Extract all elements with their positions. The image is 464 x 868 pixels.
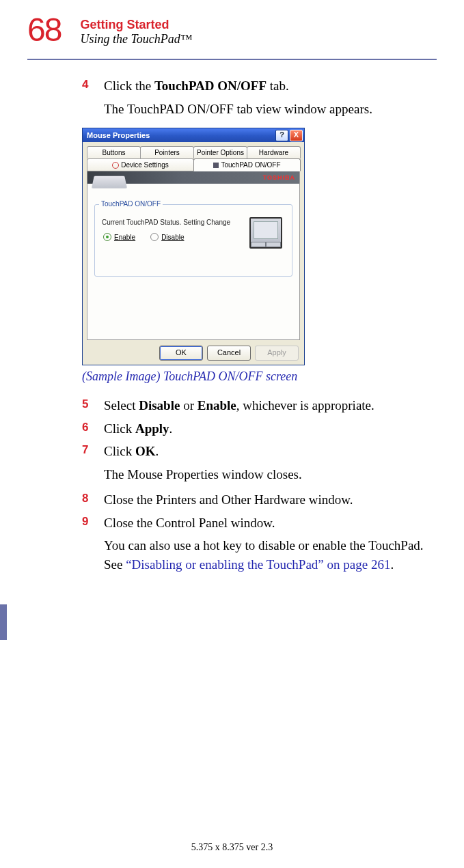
dialog-button-row: OK Cancel Apply xyxy=(83,341,304,365)
tab-panel: TOSHIBA TouchPAD ON/OFF Current TouchPAD… xyxy=(87,171,300,340)
brand-logo: TOSHIBA xyxy=(263,174,295,181)
help-button[interactable]: ? xyxy=(275,130,288,141)
section-title: Using the TouchPad™ xyxy=(80,32,192,46)
tab-hardware[interactable]: Hardware xyxy=(247,146,301,158)
step-number: 8 xyxy=(82,490,92,509)
page-footer: 5.375 x 8.375 ver 2.3 xyxy=(0,842,464,853)
page-edge-tab xyxy=(0,604,7,640)
ok-button[interactable]: OK xyxy=(159,346,203,361)
step-4-follow: The TouchPAD ON/OFF tab view window appe… xyxy=(104,100,430,119)
step-text: Click OK. xyxy=(104,442,430,461)
touchpad-group: TouchPAD ON/OFF Current TouchPAD Status.… xyxy=(94,204,292,277)
dialog-title: Mouse Properties xyxy=(87,131,150,139)
header-rule xyxy=(27,59,437,60)
tab-buttons[interactable]: Buttons xyxy=(87,146,141,158)
group-title: TouchPAD ON/OFF xyxy=(99,200,163,208)
step-text: Close the Control Panel window. xyxy=(104,514,430,533)
step-6: 6 Click Apply. xyxy=(82,419,430,438)
page-number: 68 xyxy=(27,14,61,46)
device-settings-icon xyxy=(112,162,119,169)
step-7: 7 Click OK. xyxy=(82,442,430,461)
image-caption: (Sample Image) TouchPAD ON/OFF screen xyxy=(82,369,430,384)
close-button[interactable]: X xyxy=(290,130,303,141)
dialog-titlebar: Mouse Properties ? X xyxy=(83,128,304,142)
tab-touchpad-onoff[interactable]: TouchPAD ON/OFF xyxy=(193,158,301,171)
step-text: Select Disable or Enable, whichever is a… xyxy=(104,396,430,415)
tab-device-settings[interactable]: Device Settings xyxy=(87,158,194,171)
tabs-row-1: Buttons Pointers Pointer Options Hardwar… xyxy=(87,146,300,158)
touchpad-tab-icon xyxy=(213,163,219,168)
step-number: 9 xyxy=(82,514,92,533)
step-number: 5 xyxy=(82,396,92,415)
radio-dot-icon xyxy=(150,233,159,241)
page-header: 68 Getting Started Using the TouchPad™ xyxy=(27,14,437,46)
step-8: 8 Close the Printers and Other Hardware … xyxy=(82,490,430,509)
step-number: 7 xyxy=(82,442,92,461)
touchpad-preview-icon xyxy=(249,217,282,249)
step-9-follow: You can also use a hot key to disable or… xyxy=(104,536,430,574)
step-9: 9 Close the Control Panel window. xyxy=(82,514,430,533)
sample-dialog: Mouse Properties ? X Buttons Pointers Po… xyxy=(82,128,305,365)
brand-bar: TOSHIBA xyxy=(87,171,299,184)
radio-dot-icon xyxy=(103,233,111,241)
chapter-title: Getting Started xyxy=(80,18,192,32)
tab-pointer-options[interactable]: Pointer Options xyxy=(193,146,247,158)
tabs-row-2: Device Settings TouchPAD ON/OFF xyxy=(87,158,300,171)
step-number: 6 xyxy=(82,419,92,438)
tab-pointers[interactable]: Pointers xyxy=(140,146,194,158)
radio-disable[interactable]: Disable xyxy=(150,233,184,241)
laptop-icon xyxy=(93,174,126,195)
step-text: Click the TouchPAD ON/OFF tab. xyxy=(104,76,430,96)
step-5: 5 Select Disable or Enable, whichever is… xyxy=(82,396,430,415)
step-7-follow: The Mouse Properties window closes. xyxy=(104,465,430,484)
step-number: 4 xyxy=(82,76,92,96)
step-4: 4 Click the TouchPAD ON/OFF tab. xyxy=(82,76,430,96)
radio-enable[interactable]: Enable xyxy=(103,233,135,241)
step-text: Close the Printers and Other Hardware wi… xyxy=(104,490,430,509)
apply-button[interactable]: Apply xyxy=(255,346,299,361)
step-text: Click Apply. xyxy=(104,419,430,438)
cross-ref-link[interactable]: “Disabling or enabling the TouchPad” on … xyxy=(126,557,390,572)
cancel-button[interactable]: Cancel xyxy=(207,346,251,361)
